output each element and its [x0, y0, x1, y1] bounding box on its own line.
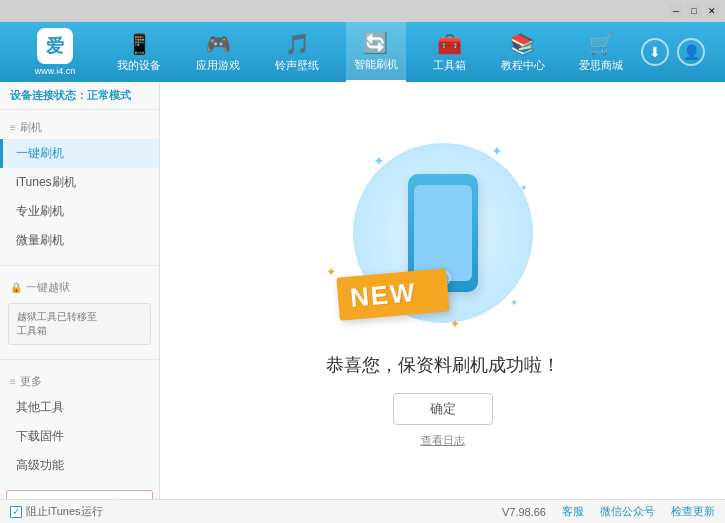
- status-label: 设备连接状态：: [10, 89, 87, 101]
- auto-activate-checkbox[interactable]: ✓ 自动激活: [15, 497, 74, 499]
- nav-item-my-device[interactable]: 📱 我的设备: [109, 22, 169, 82]
- section-title-more: ≡ 更多: [0, 370, 159, 393]
- jailbreak-notice: 越狱工具已转移至工具箱: [8, 303, 151, 345]
- sidebar-item-one-click-flash[interactable]: 一键刷机: [0, 139, 159, 168]
- ringtone-icon: 🎵: [285, 32, 310, 56]
- new-text: NEW: [348, 277, 417, 313]
- footer-left: ✓ 阻止iTunes运行: [10, 504, 103, 519]
- itunes-label: 阻止iTunes运行: [26, 504, 103, 519]
- check-update-link[interactable]: 检查更新: [671, 504, 715, 519]
- skip-wizard-checkbox[interactable]: ✓ 跳过向导: [84, 497, 143, 499]
- version-label: V7.98.66: [502, 506, 546, 518]
- sidebar-item-brush-flash[interactable]: 微量刷机: [0, 226, 159, 255]
- section-title-flash: ≡ 刷机: [0, 116, 159, 139]
- sidebar-item-advanced[interactable]: 高级功能: [0, 451, 159, 480]
- footer-right: V7.98.66 客服 微信公众号 检查更新: [502, 504, 715, 519]
- user-button[interactable]: 👤: [677, 38, 705, 66]
- store-icon: 🛒: [589, 32, 614, 56]
- sparkle-5: ✦: [520, 183, 528, 193]
- phone-screen: [414, 185, 472, 281]
- confirm-button[interactable]: 确定: [393, 393, 493, 425]
- status-value: 正常模式: [87, 89, 131, 101]
- success-illustration: ✦ ✦ ✦ ✦ ✦ NEW ✦ ✦: [343, 133, 543, 333]
- header: 爱 www.i4.cn 📱 我的设备 🎮 应用游戏 🎵 铃声壁纸 🔄 智能刷机 …: [0, 22, 725, 82]
- sidebar-item-pro-flash[interactable]: 专业刷机: [0, 197, 159, 226]
- itunes-checkbox[interactable]: ✓ 阻止iTunes运行: [10, 504, 103, 519]
- logo-text: www.i4.cn: [35, 66, 76, 76]
- apps-icon: 🎮: [206, 32, 231, 56]
- sparkle-2: ✦: [491, 143, 503, 159]
- nav-item-toolbox[interactable]: 🧰 工具箱: [425, 22, 474, 82]
- tutorial-icon: 📚: [510, 32, 535, 56]
- device-icon: 📱: [127, 32, 152, 56]
- connection-status: 设备连接状态：正常模式: [0, 82, 159, 110]
- sidebar: 设备连接状态：正常模式 ≡ 刷机 一键刷机 iTunes刷机 专业刷机 微量刷机…: [0, 82, 160, 499]
- sidebar-item-itunes-flash[interactable]: iTunes刷机: [0, 168, 159, 197]
- star-right: ✦: [450, 317, 460, 331]
- footer: ✓ 阻止iTunes运行 V7.98.66 客服 微信公众号 检查更新: [0, 499, 725, 523]
- checkbox-area: ✓ 自动激活 ✓ 跳过向导: [6, 490, 153, 499]
- nav-label-toolbox: 工具箱: [433, 58, 466, 73]
- nav-label-apps-games: 应用游戏: [196, 58, 240, 73]
- nav-item-store[interactable]: 🛒 爱思商城: [571, 22, 631, 82]
- log-link[interactable]: 查看日志: [421, 433, 465, 448]
- nav-label-smart-flash: 智能刷机: [354, 57, 398, 72]
- logo-icon: 爱: [37, 28, 73, 64]
- nav-label-my-device: 我的设备: [117, 58, 161, 73]
- maximize-button[interactable]: □: [687, 4, 701, 18]
- sparkle-4: ✦: [510, 297, 518, 308]
- star-left: ✦: [326, 265, 336, 279]
- sparkle-1: ✦: [373, 153, 385, 169]
- nav-item-tutorial[interactable]: 📚 教程中心: [493, 22, 553, 82]
- auto-activate-label: 自动激活: [30, 497, 74, 499]
- download-button[interactable]: ⬇: [641, 38, 669, 66]
- divider-1: [0, 265, 159, 266]
- sidebar-item-download-fw[interactable]: 下载固件: [0, 422, 159, 451]
- toolbox-icon: 🧰: [437, 32, 462, 56]
- skip-wizard-label: 跳过向导: [99, 497, 143, 499]
- header-right: ⬇ 👤: [641, 38, 715, 66]
- itunes-cb-box: ✓: [10, 506, 22, 518]
- nav-label-tutorial: 教程中心: [501, 58, 545, 73]
- nav-label-store: 爱思商城: [579, 58, 623, 73]
- customer-service-link[interactable]: 客服: [562, 504, 584, 519]
- lock-icon: 🔒: [10, 282, 22, 293]
- new-ribbon: NEW: [336, 268, 449, 320]
- flash-icon: 🔄: [363, 31, 388, 55]
- minimize-button[interactable]: ─: [669, 4, 683, 18]
- skip-wizard-box: ✓: [84, 499, 96, 500]
- section-icon-flash: ≡: [10, 122, 16, 133]
- logo: 爱 www.i4.cn: [10, 28, 100, 76]
- nav-item-apps-games[interactable]: 🎮 应用游戏: [188, 22, 248, 82]
- success-message: 恭喜您，保资料刷机成功啦！: [326, 353, 560, 377]
- nav-item-ringtone[interactable]: 🎵 铃声壁纸: [267, 22, 327, 82]
- sidebar-section-more: ≡ 更多 其他工具 下载固件 高级功能: [0, 364, 159, 486]
- nav-bar: 📱 我的设备 🎮 应用游戏 🎵 铃声壁纸 🔄 智能刷机 🧰 工具箱 📚 教程中心…: [100, 22, 641, 82]
- sidebar-item-other-tools[interactable]: 其他工具: [0, 393, 159, 422]
- new-badge-container: NEW ✦ ✦: [338, 273, 448, 323]
- close-button[interactable]: ✕: [705, 4, 719, 18]
- section-icon-more: ≡: [10, 376, 16, 387]
- auto-activate-box: ✓: [15, 499, 27, 500]
- divider-2: [0, 359, 159, 360]
- wechat-link[interactable]: 微信公众号: [600, 504, 655, 519]
- nav-item-smart-flash[interactable]: 🔄 智能刷机: [346, 22, 406, 82]
- sidebar-section-jailbreak: 🔒 一键越狱 越狱工具已转移至工具箱: [0, 270, 159, 355]
- section-title-jailbreak: 🔒 一键越狱: [0, 276, 159, 299]
- main-area: 设备连接状态：正常模式 ≡ 刷机 一键刷机 iTunes刷机 专业刷机 微量刷机…: [0, 82, 725, 499]
- nav-label-ringtone: 铃声壁纸: [275, 58, 319, 73]
- sidebar-section-flash: ≡ 刷机 一键刷机 iTunes刷机 专业刷机 微量刷机: [0, 110, 159, 261]
- content-area: ✦ ✦ ✦ ✦ ✦ NEW ✦ ✦ 恭喜您，保资料刷机成功啦！ 确定: [160, 82, 725, 499]
- titlebar: ─ □ ✕: [0, 0, 725, 22]
